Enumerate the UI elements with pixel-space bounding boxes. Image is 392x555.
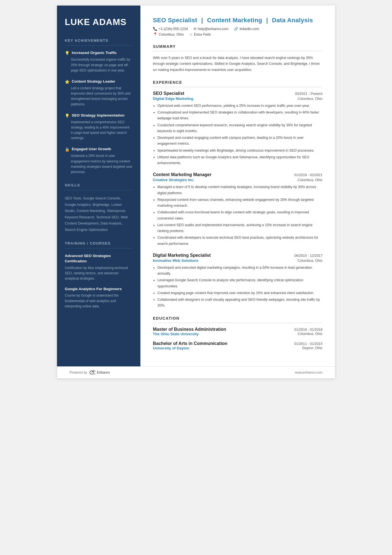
achievement-icon-2: ⭐ (65, 80, 70, 84)
achievement-item-4: 🔒 Engaged User Growth Achieved a 20% boo… (65, 147, 133, 175)
job-1-company: Digital Edge Marketing (153, 97, 193, 101)
job-3-bullet-1: Developed and executed digital marketing… (157, 265, 322, 277)
resume: LUKE ADAMS KEY ACHIEVEMENTS 💡 Increased … (57, 6, 335, 378)
edu-2-degree: Bachelor of Arts in Communication (153, 341, 227, 346)
achievement-icon-4: 🔒 (65, 147, 70, 152)
title-part-3: Data Analysis (272, 17, 313, 24)
contact-email: ✉ help@enhancv.com (193, 27, 229, 31)
edu-2-date: 01/2011 - 01/2015 (294, 342, 322, 346)
title-part-1: SEO Specialist (153, 17, 197, 24)
job-3-location: Columbus, Ohio (297, 259, 322, 263)
job-2-company: Creative Strategies Inc. (153, 178, 194, 182)
edu-2-subrow: University of Dayton Dayton, Ohio (153, 346, 322, 350)
skills-section-title: SKILLS (65, 183, 133, 187)
separator-1: | (201, 17, 205, 24)
star-icon: ☆ (189, 32, 193, 36)
achievement-item-3: 💡 SEO Strategy Implementation Implemente… (65, 113, 133, 141)
skills-text: SEO Tools, Google Search Console, Google… (65, 195, 133, 233)
contact-row-1: 📞 +1-(234)-555-1234 ✉ help@enhancv.com 🔗… (153, 27, 322, 31)
achievement-title-4: 🔒 Engaged User Growth (65, 147, 133, 152)
candidate-name: LUKE ADAMS (65, 17, 133, 27)
contact-phone: 📞 +1-(234)-555-1234 (153, 27, 188, 31)
experience-divider (153, 87, 322, 87)
edu-1-location: Columbus, Ohio (297, 332, 322, 336)
job-1-header: SEO Specialist 03/2021 - Present (153, 91, 322, 96)
contact-extra: ☆ Extra Field (189, 32, 211, 36)
job-2-location: Columbus, Ohio (297, 178, 322, 182)
edu-2-location: Dayton, Ohio (302, 346, 322, 350)
job-3-date: 06/2015 - 12/2017 (294, 254, 322, 258)
job-3-subrow: Innovative Web Solutions Columbus, Ohio (153, 258, 322, 263)
enhancv-icon (89, 371, 95, 374)
achievement-desc-4: Achieved a 20% boost in user engagement … (65, 153, 133, 175)
job-1-bullets: Optimized web content SEO performance, y… (153, 103, 322, 166)
job-2-date: 01/2018 - 02/2021 (294, 173, 322, 177)
achievement-item-2: ⭐ Content Strategy Leader Led a content … (65, 79, 133, 107)
edu-1-header: Master of Business Administration 01/201… (153, 327, 322, 332)
extra-text: Extra Field (194, 33, 211, 36)
achievement-desc-2: Led a content strategy project that impr… (65, 86, 133, 107)
main-title: SEO Specialist | Content Marketing | Dat… (153, 17, 322, 24)
website-text: linkedin.com (240, 27, 259, 31)
summary-section-title: SUMMARY (153, 44, 322, 49)
achievements-list: 💡 Increased Organic Traffic Successfully… (65, 51, 133, 175)
job-3: Digital Marketing Specialist 06/2015 - 1… (153, 253, 322, 309)
edu-1-school: The Ohio State University (153, 332, 199, 336)
job-1-title: SEO Specialist (153, 91, 184, 96)
job-2: Content Marketing Manager 01/2018 - 02/2… (153, 172, 322, 247)
resume-footer: Powered by Enhancv www.enhancv.com (57, 366, 335, 378)
email-icon: ✉ (193, 27, 197, 31)
edu-1-subrow: The Ohio State University Columbus, Ohio (153, 332, 322, 336)
edu-1-date: 01/2016 - 01/2018 (294, 328, 322, 332)
education-section-title: EDUCATION (153, 316, 322, 320)
job-3-bullet-4: Collaborated with designers to craft vis… (157, 297, 322, 309)
brand-name: Enhancv (97, 371, 110, 374)
edu-2: Bachelor of Arts in Communication 01/201… (153, 341, 322, 350)
job-2-subrow: Creative Strategies Inc. Columbus, Ohio (153, 178, 322, 182)
edu-1: Master of Business Administration 01/201… (153, 327, 322, 336)
achievement-title-3: 💡 SEO Strategy Implementation (65, 113, 133, 118)
skills-divider (65, 190, 133, 190)
phone-icon: 📞 (153, 27, 157, 31)
summary-divider (153, 51, 322, 51)
phone-text: +1-(234)-555-1234 (159, 27, 188, 31)
job-1-bullet-5: Spearheaded bi-weekly meetings with Brig… (157, 148, 322, 154)
footer-left: Powered by Enhancv (70, 371, 110, 374)
training-item-1: Advanced SEO Strategies Certification Ce… (65, 253, 133, 281)
job-3-header: Digital Marketing Specialist 06/2015 - 1… (153, 253, 322, 258)
training-desc-1: Certification by Moz emphasizing technic… (65, 265, 133, 282)
job-3-company: Innovative Web Solutions (153, 258, 199, 263)
job-3-title: Digital Marketing Specialist (153, 253, 211, 258)
edu-2-header: Bachelor of Arts in Communication 01/201… (153, 341, 322, 346)
edu-2-school: University of Dayton (153, 346, 189, 350)
education-divider (153, 323, 322, 323)
job-3-bullet-2: Leveraged Google Search Console to analy… (157, 277, 322, 289)
training-desc-2: Course by Google to understand the funda… (65, 293, 133, 309)
location-icon: 📍 (153, 32, 157, 36)
job-1-location: Columbus, Ohio (297, 97, 322, 101)
sidebar: LUKE ADAMS KEY ACHIEVEMENTS 💡 Increased … (57, 6, 140, 366)
job-2-bullet-5: Coordinated with developers to execute t… (157, 235, 322, 247)
title-part-2: Content Marketing (207, 17, 262, 24)
job-1-bullet-3: Conducted comprehensive keyword research… (157, 122, 322, 134)
link-icon: 🔗 (234, 27, 238, 31)
job-1: SEO Specialist 03/2021 - Present Digital… (153, 91, 322, 166)
footer-website: www.enhancv.com (295, 371, 322, 374)
job-2-bullets: Managed a team of 5 to develop content m… (153, 184, 322, 247)
job-3-bullet-3: Created engaging page content that impro… (157, 290, 322, 296)
achievement-desc-1: Successfully increased organic traffic b… (65, 57, 133, 73)
job-1-bullet-4: Developed and curated engaging content w… (157, 135, 322, 147)
job-2-title: Content Marketing Manager (153, 172, 212, 177)
training-section-title: TRAINING / COURSES (65, 241, 133, 245)
job-1-subrow: Digital Edge Marketing Columbus, Ohio (153, 97, 322, 101)
summary-text: With over 5 years in SEO and a knack for… (153, 55, 322, 73)
powered-by-text: Powered by (70, 371, 87, 374)
separator-2: | (266, 17, 270, 24)
training-divider (65, 248, 133, 248)
contact-row-2: 📍 Columbus, Ohio ☆ Extra Field (153, 32, 322, 36)
achievement-icon-1: 💡 (65, 51, 70, 55)
achievements-divider (65, 45, 133, 46)
job-1-bullet-2: Conceptualized and implemented SEO strat… (157, 110, 322, 122)
job-2-bullet-2: Repurposed content from various channels… (157, 197, 322, 209)
job-2-bullet-4: Led content SEO audits and implemented i… (157, 222, 322, 234)
